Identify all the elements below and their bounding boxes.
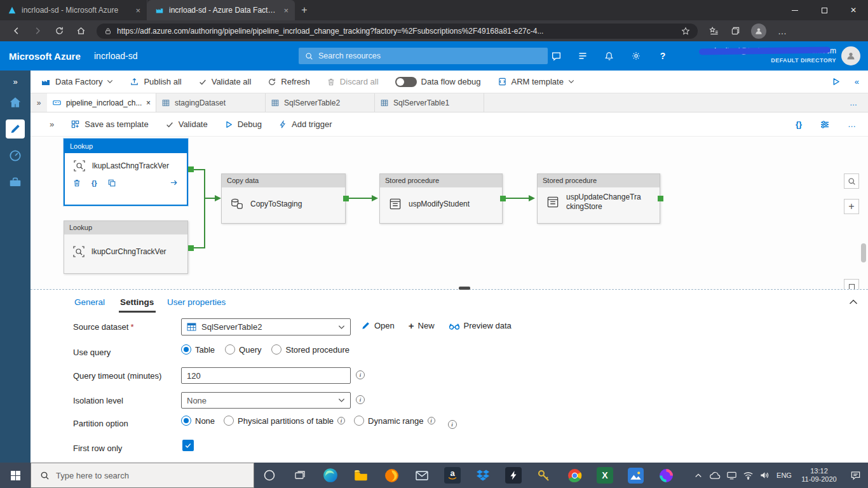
mail-icon[interactable]: [407, 463, 437, 488]
zoom-fit-button[interactable]: [844, 279, 859, 289]
activity-lookup-last[interactable]: Lookup lkupLastChngTrackVer {}: [64, 139, 188, 206]
gear-icon[interactable]: [630, 50, 642, 62]
activity-stored-proc-update[interactable]: Stored procedure uspUpdateChangeTracking…: [537, 173, 660, 224]
task-view-button[interactable]: [285, 463, 315, 488]
key-app-icon[interactable]: [529, 463, 559, 488]
monitor-icon[interactable]: [723, 471, 740, 480]
start-button[interactable]: [0, 463, 31, 488]
tab-overflow-button[interactable]: …: [839, 93, 868, 112]
window-close-button[interactable]: ✕: [839, 0, 868, 20]
output-port[interactable]: [188, 245, 194, 251]
browser-profile-avatar[interactable]: [751, 24, 766, 39]
settings-sliders-icon[interactable]: [820, 119, 830, 130]
tab-close-icon[interactable]: ×: [146, 98, 151, 107]
tab-user-properties[interactable]: User properties: [167, 297, 226, 307]
save-as-template-button[interactable]: Save as template: [71, 119, 148, 129]
browser-tab-azure-portal[interactable]: incrload-sd - Microsoft Azure ×: [0, 0, 147, 20]
sidebar-item-manage[interactable]: [0, 169, 31, 196]
new-tab-button[interactable]: +: [295, 0, 314, 20]
amazon-icon[interactable]: a: [437, 463, 468, 488]
lightning-app-icon[interactable]: [498, 463, 529, 488]
sidebar-expander[interactable]: »: [0, 74, 31, 89]
account-avatar[interactable]: [841, 46, 860, 65]
refresh-button-adf[interactable]: Refresh: [268, 77, 310, 86]
canvas-scrollbar-thumb[interactable]: [861, 243, 866, 262]
radio-option-dynamic-range[interactable]: Dynamic rangei: [354, 416, 435, 426]
pipeline-canvas[interactable]: Lookup lkupLastChngTrackVer {} Lookup lk: [31, 137, 868, 289]
resource-tab-sqlservertable2[interactable]: SqlServerTable2: [266, 93, 375, 112]
activity-lookup-cur[interactable]: Lookup lkupCurChngTrackVer: [64, 220, 188, 274]
radio-option-none[interactable]: None: [181, 416, 215, 426]
list-icon[interactable]: [577, 50, 588, 62]
arm-template-menu[interactable]: ARM template: [498, 77, 574, 86]
radio-option-query[interactable]: Query: [225, 344, 261, 355]
cortana-button[interactable]: [254, 463, 285, 488]
account-info[interactable]: sucharita.d@technoindiaeducation.com DEF…: [686, 46, 836, 64]
onedrive-cloud-icon[interactable]: [707, 471, 723, 480]
output-port[interactable]: [658, 196, 663, 201]
clock[interactable]: 13:12 11-09-2020: [796, 467, 843, 484]
discard-all-button[interactable]: Discard all: [327, 77, 379, 86]
canvas-search-button[interactable]: [844, 173, 859, 189]
info-icon[interactable]: i: [448, 420, 457, 429]
tab-general[interactable]: General: [74, 297, 105, 307]
volume-icon[interactable]: [756, 471, 773, 480]
activity-stored-proc-modify[interactable]: Stored procedure uspModifyStudent: [379, 173, 503, 224]
add-trigger-button[interactable]: Add trigger: [278, 119, 332, 129]
file-explorer-icon[interactable]: [346, 463, 376, 488]
wifi-icon[interactable]: [740, 471, 756, 480]
first-row-only-checkbox[interactable]: [182, 440, 194, 451]
output-port[interactable]: [188, 166, 194, 172]
preview-data-button[interactable]: Preview data: [449, 321, 512, 330]
azure-brand[interactable]: Microsoft Azure: [9, 41, 81, 71]
panel-resize-handle[interactable]: [459, 287, 470, 290]
info-icon[interactable]: i: [356, 395, 365, 404]
favorites-bar-icon[interactable]: [704, 22, 723, 39]
debug-button[interactable]: Debug: [224, 119, 262, 129]
info-icon[interactable]: i: [356, 370, 365, 379]
radio-option-stored-procedure[interactable]: Stored procedure: [271, 344, 349, 355]
sidebar-item-monitor[interactable]: [0, 142, 31, 169]
output-port[interactable]: [500, 196, 506, 201]
info-icon[interactable]: i: [337, 417, 345, 424]
browser-tab-adf[interactable]: incrload-sd - Azure Data Factory ×: [147, 0, 295, 20]
sidebar-item-home[interactable]: [0, 89, 31, 116]
tab-settings[interactable]: Settings: [120, 297, 154, 307]
resource-search-input[interactable]: [318, 51, 541, 60]
activity-code-icon[interactable]: {}: [92, 179, 97, 187]
collapse-right-panel-button[interactable]: «: [855, 77, 859, 86]
paint3d-swirl-icon[interactable]: [651, 463, 681, 488]
radio-option-physical-partitions[interactable]: Physical partitions of tablei: [224, 416, 345, 426]
validate-button[interactable]: Validate: [165, 119, 208, 129]
collections-icon[interactable]: [726, 22, 745, 39]
bell-icon[interactable]: [604, 50, 615, 62]
forward-button[interactable]: [28, 22, 47, 39]
activity-copy-data[interactable]: Copy data CopyToStaging: [221, 173, 346, 224]
data-flow-debug-toggle[interactable]: Data flow debug: [395, 77, 481, 87]
delete-activity-icon[interactable]: [72, 179, 81, 187]
resource-tab-pipeline[interactable]: pipeline_incrload_ch... ×: [47, 93, 156, 112]
action-center-icon[interactable]: [843, 470, 868, 480]
window-minimize-button[interactable]: [780, 0, 810, 20]
resource-search[interactable]: [299, 48, 548, 64]
new-dataset-button[interactable]: + New: [409, 321, 435, 330]
feedback-icon[interactable]: [550, 50, 562, 62]
activities-pane-expander[interactable]: »: [50, 119, 54, 129]
edge-taskbar-icon[interactable]: [315, 463, 346, 488]
submit-play-icon[interactable]: [831, 77, 841, 86]
zoom-in-button[interactable]: +: [844, 199, 859, 214]
resources-pane-expander[interactable]: »: [31, 93, 47, 112]
browser-menu-button[interactable]: …: [773, 26, 792, 36]
resource-tab-stagingdataset[interactable]: stagingDataset: [156, 93, 266, 112]
radio-option-table[interactable]: Table: [181, 344, 215, 355]
firefox-icon[interactable]: [376, 463, 407, 488]
clone-activity-icon[interactable]: [107, 179, 116, 187]
address-bar[interactable]: https://adf.azure.com/authoring/pipeline…: [97, 24, 698, 39]
info-icon[interactable]: i: [428, 417, 435, 424]
add-output-arrow-icon[interactable]: [170, 178, 179, 187]
excel-icon[interactable]: X: [590, 463, 620, 488]
favorite-star-icon[interactable]: [681, 27, 690, 36]
tab-close-icon[interactable]: ×: [134, 6, 142, 15]
data-factory-menu[interactable]: Data Factory: [41, 77, 113, 87]
query-timeout-input[interactable]: [181, 367, 351, 384]
